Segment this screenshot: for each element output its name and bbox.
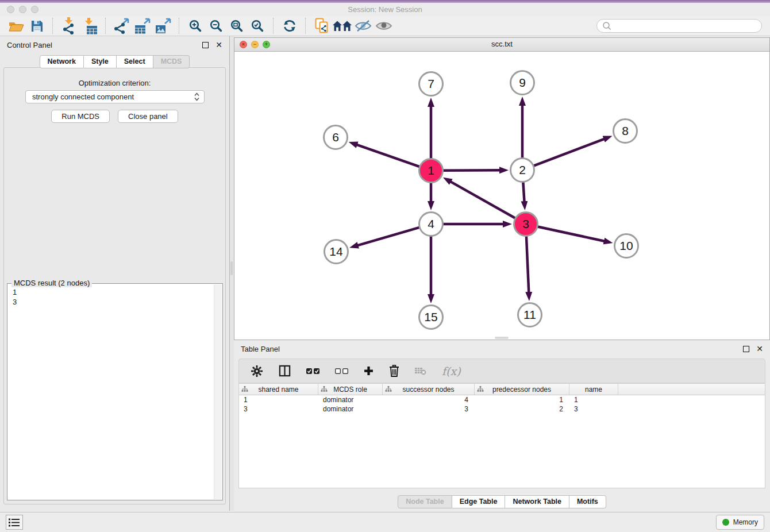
graph-edge-2-3[interactable] xyxy=(523,182,524,202)
tab-node-table[interactable]: Node Table xyxy=(398,495,452,508)
graph-edge-1-6[interactable] xyxy=(357,145,419,167)
graph-node-6[interactable]: 6 xyxy=(324,126,348,149)
column-header-mcds-role[interactable]: MCDS role xyxy=(318,384,383,395)
criterion-dropdown[interactable]: strongly connected component xyxy=(25,90,205,103)
graph-edge-3-1[interactable] xyxy=(451,182,515,218)
tree-icon xyxy=(385,386,392,392)
zoom-selected-button[interactable] xyxy=(247,17,268,35)
graph-node-2[interactable]: 2 xyxy=(511,159,534,182)
column-header-label: shared name xyxy=(258,385,298,394)
search-input[interactable] xyxy=(614,21,756,31)
network-window-title: scc.txt xyxy=(234,38,769,51)
delete-table-button[interactable] xyxy=(415,367,426,375)
splitter-handle[interactable] xyxy=(230,261,233,275)
network-file-button[interactable] xyxy=(311,17,332,35)
graph-edge-2-8[interactable] xyxy=(534,139,605,166)
network-close-button[interactable]: × xyxy=(240,41,247,48)
column-header-predecessor-nodes[interactable]: predecessor nodes xyxy=(475,384,569,395)
control-panel: Control Panel ✕ NetworkStyleSelectMCDS O… xyxy=(0,36,230,511)
home-layout-button[interactable] xyxy=(332,17,353,35)
hide-graphics-button[interactable] xyxy=(353,17,374,35)
import-network-button[interactable] xyxy=(59,17,79,35)
search-box[interactable] xyxy=(596,19,762,33)
cell-predecessor-nodes: 2 xyxy=(475,405,569,413)
tab-select[interactable]: Select xyxy=(117,55,153,68)
show-columns-button[interactable] xyxy=(279,365,291,377)
close-panel-icon[interactable]: ✕ xyxy=(215,41,222,49)
svg-text:14: 14 xyxy=(329,245,343,258)
splitter-handle-horizontal[interactable] xyxy=(495,337,509,339)
network-graph[interactable]: 1234678910111415 xyxy=(234,51,769,340)
run-mcds-button[interactable]: Run MCDS xyxy=(51,110,110,123)
network-window-controls: × − + xyxy=(240,41,270,48)
svg-text:8: 8 xyxy=(622,124,629,137)
show-graphics-button[interactable] xyxy=(374,17,394,35)
gear-icon xyxy=(251,365,263,377)
graph-node-7[interactable]: 7 xyxy=(419,72,443,96)
save-session-button[interactable] xyxy=(26,17,47,35)
network-minimize-button[interactable]: − xyxy=(251,41,259,48)
window-close-button[interactable] xyxy=(7,6,14,13)
delete-column-button[interactable] xyxy=(389,365,399,377)
task-history-button[interactable] xyxy=(6,515,23,530)
table-row[interactable]: 3dominator323 xyxy=(239,404,765,414)
tab-style[interactable]: Style xyxy=(84,55,117,68)
mcds-result-line: 3 xyxy=(13,297,211,307)
float-table-panel-icon[interactable] xyxy=(743,346,749,352)
mcds-result-box: MCDS result (2 nodes) 13 xyxy=(7,283,223,500)
tab-edge-table[interactable]: Edge Table xyxy=(452,495,506,508)
graph-node-9[interactable]: 9 xyxy=(511,71,534,95)
zoom-selected-icon xyxy=(251,19,264,33)
mcds-result-list: 13 xyxy=(13,287,211,307)
add-column-button[interactable] xyxy=(364,366,374,376)
float-panel-icon[interactable] xyxy=(202,42,209,48)
zoom-in-button[interactable] xyxy=(185,17,206,35)
tab-network[interactable]: Network xyxy=(40,55,84,68)
tab-mcds[interactable]: MCDS xyxy=(153,55,190,68)
memory-button[interactable]: Memory xyxy=(716,515,764,530)
graph-node-14[interactable]: 14 xyxy=(325,240,348,264)
graph-node-8[interactable]: 8 xyxy=(614,119,637,143)
close-table-panel-icon[interactable]: ✕ xyxy=(756,345,763,353)
graph-node-3[interactable]: 3 xyxy=(514,213,538,236)
checked-boxes-icon xyxy=(306,368,319,374)
graph-node-4[interactable]: 4 xyxy=(419,213,443,236)
table-settings-button[interactable] xyxy=(251,365,263,377)
tab-network-table[interactable]: Network Table xyxy=(505,495,569,508)
result-scrollbar[interactable] xyxy=(214,284,222,499)
table-panel-tabs: Node TableEdge TableNetwork TableMotifs xyxy=(234,495,770,508)
column-header-successor-nodes[interactable]: successor nodes xyxy=(383,384,475,395)
zoom-out-button[interactable] xyxy=(206,17,226,35)
table-row[interactable]: 1dominator411 xyxy=(239,395,765,404)
main-titlebar[interactable]: Session: New Session xyxy=(0,3,770,16)
deselect-all-button[interactable] xyxy=(335,368,348,374)
import-table-button[interactable] xyxy=(79,17,100,35)
graph-edge-3-10[interactable] xyxy=(538,226,605,241)
zoom-fit-button[interactable] xyxy=(226,17,247,35)
open-session-button[interactable] xyxy=(6,17,26,35)
show-eye-icon xyxy=(375,20,392,32)
column-header-shared-name[interactable]: shared name xyxy=(239,384,318,395)
column-header-name[interactable]: name xyxy=(569,384,618,395)
function-builder-button[interactable]: f(x) xyxy=(442,365,461,377)
graph-node-10[interactable]: 10 xyxy=(615,234,638,258)
refresh-view-button[interactable] xyxy=(279,17,300,35)
network-window-titlebar[interactable]: × − + scc.txt xyxy=(234,38,769,52)
graph-edge-3-11[interactable] xyxy=(526,236,529,292)
graph-node-1[interactable]: 1 xyxy=(419,159,443,183)
close-panel-button[interactable]: Close panel xyxy=(118,110,178,123)
graph-edge-1-2[interactable] xyxy=(443,170,500,171)
select-all-button[interactable] xyxy=(306,368,319,374)
export-image-button[interactable] xyxy=(153,17,174,35)
export-network-button[interactable] xyxy=(111,17,132,35)
graph-node-15[interactable]: 15 xyxy=(419,306,443,329)
network-zoom-button[interactable]: + xyxy=(263,41,270,48)
table-panel-title: Table Panel xyxy=(241,345,280,353)
window-minimize-button[interactable] xyxy=(19,6,26,13)
window-zoom-button[interactable] xyxy=(31,6,38,13)
export-table-button[interactable] xyxy=(132,17,153,35)
graph-edge-4-14[interactable] xyxy=(357,228,419,245)
tab-motifs[interactable]: Motifs xyxy=(569,495,606,508)
svg-text:10: 10 xyxy=(619,239,633,252)
graph-node-11[interactable]: 11 xyxy=(518,303,542,327)
